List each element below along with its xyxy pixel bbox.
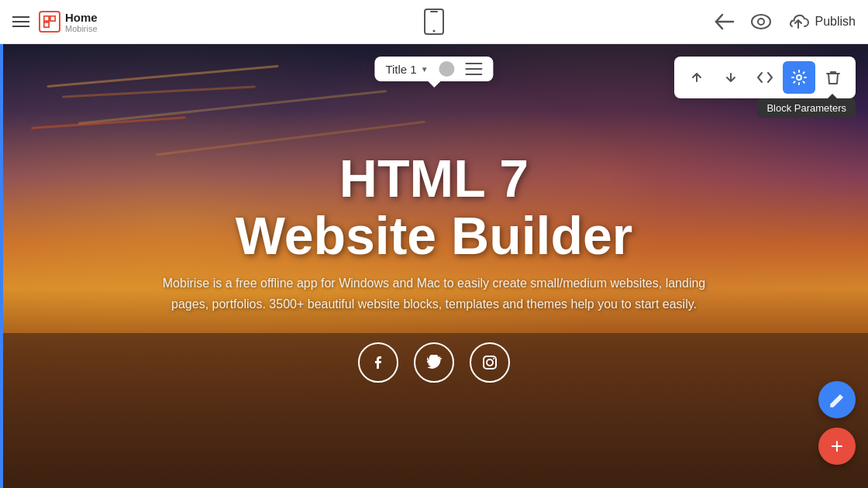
mobile-preview-button[interactable] [422,9,446,34]
settings-button[interactable] [783,61,815,94]
trash-icon [826,70,840,85]
app-name: Home [65,11,98,24]
twitter-svg [426,355,442,370]
topbar-right: Publish [715,12,856,31]
hero-content: HTML 7 Website Builder Mobirise is a fre… [0,44,868,488]
phone-icon-svg [423,9,445,35]
cloud-upload-icon [787,12,809,31]
pencil-icon [828,391,846,408]
move-up-button[interactable] [680,61,713,94]
logo-svg [43,15,57,29]
svg-rect-2 [44,22,49,27]
add-fab-button[interactable]: + [818,428,856,465]
logo-text: Home Mobirise [65,11,98,33]
preview-button[interactable] [750,14,772,29]
back-icon [715,13,735,30]
topbar-left: Home Mobirise [12,11,98,33]
svg-point-11 [797,75,801,80]
instagram-icon[interactable] [470,342,510,383]
tooltip-text: Block Parameters [766,102,846,114]
code-button[interactable] [749,61,781,94]
logo: Home Mobirise [39,11,98,33]
edit-fab-button[interactable] [818,381,856,418]
svg-rect-0 [44,16,49,21]
svg-point-6 [752,15,770,29]
publish-label: Publish [815,15,856,29]
instagram-svg [482,355,498,370]
svg-point-4 [433,30,436,33]
delete-button[interactable] [817,61,849,94]
facebook-svg [370,355,386,370]
topbar-center [422,9,446,34]
hero-heading: HTML 7 Website Builder [236,149,633,266]
svg-point-9 [487,359,493,366]
move-down-button[interactable] [715,61,747,94]
social-icons [358,342,510,383]
move-down-icon [724,70,738,84]
publish-button[interactable]: Publish [787,12,856,31]
facebook-icon[interactable] [358,342,398,383]
hero-heading-line2: Website Builder [236,206,633,265]
hero-heading-line1: HTML 7 [339,149,529,208]
code-icon [757,71,773,84]
twitter-icon[interactable] [414,342,454,383]
main-content: Title 1 ▼ HTML 7 Website Builder Mobiris… [0,44,868,488]
svg-point-10 [493,358,494,359]
menu-button[interactable] [12,16,29,27]
svg-point-7 [758,19,764,25]
block-toolbar [674,57,856,98]
hamburger-icon [12,16,29,27]
logo-icon [39,11,60,33]
topbar: Home Mobirise [0,0,868,44]
back-button[interactable] [715,13,735,30]
hero-description: Mobirise is a free offline app for Windo… [143,273,725,314]
block-params-tooltip: Block Parameters [757,98,856,118]
move-up-icon [690,70,704,84]
add-icon: + [831,435,843,457]
svg-rect-1 [50,16,55,21]
gear-icon [791,70,807,85]
eye-icon [750,14,772,29]
app-sub: Mobirise [65,24,98,33]
fab-container: + [818,381,856,465]
